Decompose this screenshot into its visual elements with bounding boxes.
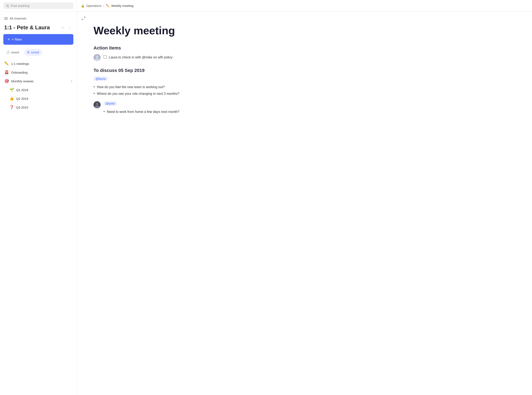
target-icon: 🎯: [4, 79, 9, 83]
new-button-label: + New: [12, 38, 22, 42]
menu-icon: [4, 17, 8, 20]
pete-content: @pete • Need to work from home a few day…: [103, 101, 247, 119]
nav-section-monthly-reviews-label: Monthly reviews: [11, 79, 68, 83]
thumbsup-icon: 👍: [9, 96, 14, 101]
action-item-text: Laura to check in with @mike on wfh poli…: [109, 55, 173, 60]
document-content: Weekly meeting Action items Laura to che…: [77, 12, 264, 132]
nav-child-q3-2010[interactable]: ❓ Q3 2010: [0, 103, 77, 112]
svg-line-1: [8, 6, 9, 7]
sidebar: All channels 1:1 - Pete & Laura ☆ ⋮ + + …: [0, 12, 77, 395]
new-button[interactable]: + + New: [3, 34, 73, 45]
pete-bullet-1-text: Need to work from home a few days next m…: [107, 109, 179, 115]
seedling-icon: 🌱: [9, 88, 14, 92]
all-channels-label: All channels: [10, 17, 26, 20]
breadcrumb: 🔒 Operations / ✏️ Weekly meeting: [77, 4, 138, 8]
star-icon[interactable]: ☆: [60, 25, 65, 31]
laura-subsection: @laura • How do you feel the new team is…: [93, 77, 247, 97]
document-title: Weekly meeting: [93, 24, 247, 37]
breadcrumb-separator: /: [103, 4, 104, 7]
search-box[interactable]: Find anything: [3, 2, 73, 9]
channel-title: 1:1 - Pete & Laura: [4, 24, 59, 31]
filter-row: 🕐 recent ⇅ sorted: [0, 48, 77, 59]
action-item-checkbox[interactable]: [103, 55, 107, 59]
pete-bullet-list: • Need to work from home a few days next…: [103, 109, 247, 115]
all-channels-link[interactable]: All channels: [0, 15, 77, 23]
nav-child-q3-2010-label: Q3 2010: [16, 106, 28, 109]
pete-mention[interactable]: @pete: [103, 101, 117, 106]
nav-child-q2-2019[interactable]: 👍 Q2 2019: [0, 94, 77, 103]
content-area: Weekly meeting Action items Laura to che…: [77, 12, 532, 395]
section-action-items-heading: Action items: [93, 45, 247, 51]
pete-bullet-1: • Need to work from home a few days next…: [103, 109, 247, 115]
laura-bullet-2: • Where do you see your role changing in…: [93, 90, 247, 97]
action-item-row: Laura to check in with @mike on wfh poli…: [93, 54, 247, 61]
laura-bullet-list: • How do you feel the new team is workin…: [93, 84, 247, 97]
channel-title-row: 1:1 - Pete & Laura ☆ ⋮: [0, 23, 77, 34]
bullet-dot-2: •: [93, 91, 95, 96]
plus-icon: +: [7, 37, 10, 42]
svg-point-11: [98, 104, 98, 104]
svg-point-0: [6, 5, 8, 6]
pencil-icon: ✏️: [4, 61, 9, 66]
filter-sorted[interactable]: ⇅ sorted: [24, 49, 42, 56]
nav-item-1-1-meetings[interactable]: ✏️ 1:1 meetings: [0, 59, 77, 68]
avatar-laura: [93, 54, 101, 61]
nav-section-monthly-reviews[interactable]: 🎯 Monthly reviews ∨: [0, 77, 77, 85]
nav-item-onboarding[interactable]: 🚨 Onboarding: [0, 68, 77, 77]
main-layout: All channels 1:1 - Pete & Laura ☆ ⋮ + + …: [0, 12, 532, 395]
laura-bullet-1: • How do you feel the new team is workin…: [93, 84, 247, 90]
nav-item-onboarding-label: Onboarding: [11, 71, 72, 74]
breadcrumb-doc-emoji: ✏️: [106, 4, 110, 8]
pete-subsection: @pete • Need to work from home a few day…: [93, 101, 247, 119]
svg-point-5: [96, 55, 98, 58]
filter-recent-label: recent: [11, 51, 19, 54]
lock-icon: 🔒: [81, 4, 85, 7]
section-discuss-heading: To discuss 05 Sep 2019: [93, 68, 247, 73]
sort-icon: ⇅: [27, 50, 30, 54]
chevron-down-icon: ∨: [71, 79, 72, 83]
nav-item-1-1-meetings-label: 1:1 meetings: [11, 62, 72, 66]
breadcrumb-workspace[interactable]: Operations: [86, 4, 101, 7]
filter-sorted-label: sorted: [31, 51, 39, 54]
clock-icon: 🕐: [6, 51, 10, 54]
nav-child-q1-2018-label: Q1 2018: [16, 88, 28, 92]
discuss-section: To discuss 05 Sep 2019 @laura • How do y…: [93, 68, 247, 119]
laura-bullet-2-text: Where do you see your role changing in n…: [97, 91, 179, 96]
laura-mention[interactable]: @laura: [93, 77, 108, 81]
avatar-pete: [93, 101, 101, 108]
more-icon[interactable]: ⋮: [67, 25, 72, 31]
nav-child-q2-2019-label: Q2 2019: [16, 97, 28, 100]
action-item-checkbox-row: Laura to check in with @mike on wfh poli…: [103, 55, 173, 60]
breadcrumb-doc-title[interactable]: Weekly meeting: [111, 4, 133, 7]
warning-icon: 🚨: [4, 70, 9, 75]
nav-child-q1-2018[interactable]: 🌱 Q1 2018: [0, 85, 77, 94]
topbar: Find anything 🔒 Operations / ✏️ Weekly m…: [0, 0, 532, 12]
search-area: Find anything: [0, 0, 77, 11]
question-icon: ❓: [9, 105, 14, 110]
laura-bullet-1-text: How do you feel the new team is working …: [97, 84, 165, 90]
svg-point-10: [96, 104, 97, 104]
bullet-dot-1: •: [93, 84, 95, 90]
bullet-dot-pete-1: •: [103, 109, 105, 114]
search-icon: [6, 4, 9, 7]
svg-line-3: [82, 19, 83, 20]
expand-button[interactable]: [80, 15, 87, 23]
search-placeholder: Find anything: [11, 4, 29, 7]
filter-recent[interactable]: 🕐 recent: [3, 49, 22, 56]
svg-line-2: [84, 17, 85, 18]
